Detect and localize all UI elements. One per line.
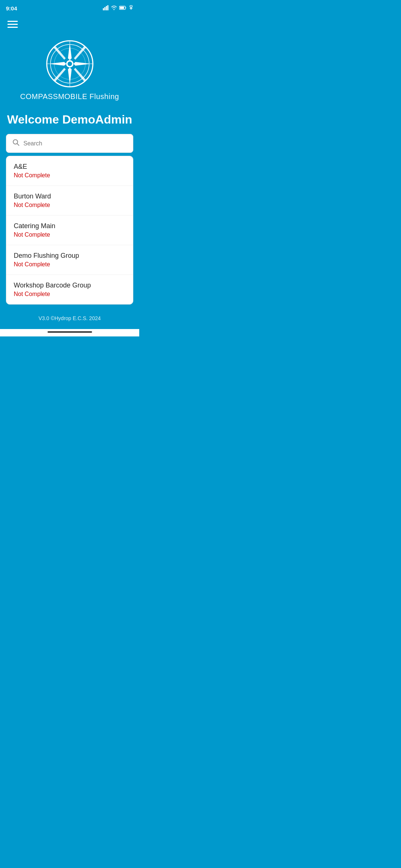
svg-marker-10	[68, 43, 72, 60]
list-item[interactable]: Burton Ward Not Complete	[6, 186, 133, 216]
hamburger-line-1	[7, 21, 18, 22]
list-item-status: Not Complete	[14, 172, 125, 179]
svg-rect-0	[103, 8, 104, 10]
list-item[interactable]: A&E Not Complete	[6, 156, 133, 186]
compass-logo	[46, 40, 94, 88]
list-item-name: A&E	[14, 163, 125, 171]
svg-rect-1	[104, 7, 105, 10]
status-time: 9:04	[6, 5, 17, 11]
list-item[interactable]: Demo Flushing Group Not Complete	[6, 245, 133, 275]
svg-rect-5	[120, 7, 124, 9]
list-item[interactable]: Catering Main Not Complete	[6, 216, 133, 245]
hamburger-line-3	[7, 27, 18, 28]
wifi-icon	[111, 6, 117, 11]
list-item-name: Burton Ward	[14, 193, 125, 200]
footer: V3.0 ©Hydrop E.C.S. 2024	[0, 310, 139, 329]
svg-rect-2	[106, 6, 107, 10]
status-icons	[103, 5, 133, 11]
search-input[interactable]	[23, 140, 127, 147]
svg-marker-11	[68, 68, 72, 85]
search-bar	[6, 134, 133, 153]
app-title: COMPASSMOBILE Flushing	[20, 92, 119, 101]
menu-button[interactable]	[6, 19, 19, 29]
list-item-status: Not Complete	[14, 291, 125, 297]
list-item-status: Not Complete	[14, 261, 125, 268]
svg-marker-12	[74, 62, 91, 66]
svg-line-25	[17, 144, 19, 145]
signal-icon	[103, 5, 109, 11]
logo-section: COMPASSMOBILE Flushing	[0, 32, 139, 107]
footer-text: V3.0 ©Hydrop E.C.S. 2024	[39, 315, 101, 321]
group-list: A&E Not Complete Burton Ward Not Complet…	[6, 156, 133, 305]
list-item-name: Catering Main	[14, 222, 125, 230]
search-icon	[12, 139, 20, 148]
svg-rect-3	[107, 5, 108, 10]
svg-point-19	[68, 62, 72, 66]
list-item-name: Demo Flushing Group	[14, 252, 125, 260]
status-bar: 9:04	[0, 0, 139, 16]
svg-marker-13	[49, 62, 66, 66]
list-item[interactable]: Workshop Barcode Group Not Complete	[6, 275, 133, 304]
search-container	[0, 134, 139, 153]
battery-icon	[119, 6, 127, 11]
welcome-text: Welcome DemoAdmin	[0, 107, 139, 134]
notification-icon	[129, 5, 133, 11]
list-item-status: Not Complete	[14, 231, 125, 238]
app-header	[0, 16, 139, 32]
list-item-name: Workshop Barcode Group	[14, 282, 125, 289]
hamburger-line-2	[7, 24, 18, 25]
bottom-bar	[0, 329, 139, 336]
home-indicator	[48, 331, 92, 333]
list-item-status: Not Complete	[14, 202, 125, 208]
